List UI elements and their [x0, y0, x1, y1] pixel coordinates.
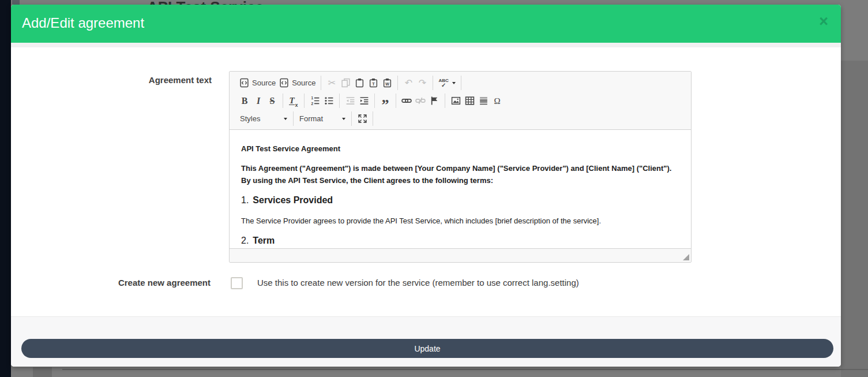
page-backdrop [841, 61, 868, 377]
rich-text-editor: SourceSource✂TW↶↷ABC✓BISTx12”ΩStylesForm… [229, 71, 692, 263]
toolbar-separator [433, 76, 433, 90]
source-button-label: Source [292, 79, 315, 87]
blockquote-icon[interactable]: ” [378, 94, 392, 109]
maximize-icon[interactable] [355, 111, 369, 126]
toolbar-row1: SourceSource✂TW↶↷ABC✓ [233, 74, 687, 92]
svg-text:T: T [372, 81, 375, 87]
toolbar-separator [397, 76, 398, 90]
toolbar-separator [445, 94, 445, 108]
toolbar-separator [321, 76, 321, 90]
toolbar-row3: StylesFormat [233, 110, 687, 128]
redo-icon: ↷ [415, 76, 429, 91]
editor-statusbar [230, 248, 691, 262]
editor-toolbar: SourceSource✂TW↶↷ABC✓BISTx12”ΩStylesForm… [230, 72, 691, 130]
numbered-list-icon[interactable]: 12 [308, 94, 322, 109]
toolbar-separator [351, 111, 352, 126]
cut-icon: ✂ [325, 76, 339, 91]
background-page-heading: API Test Service [147, 0, 264, 5]
styles-dropdown[interactable]: Styles [238, 111, 290, 126]
anchor-icon[interactable] [427, 94, 441, 109]
svg-text:1: 1 [311, 96, 313, 100]
svg-text:W: W [385, 82, 389, 86]
undo-icon: ↶ [401, 76, 415, 91]
link-icon[interactable] [400, 94, 414, 109]
screen: API Test Service Add/Edit agreement × Ag… [0, 0, 868, 377]
toolbar-row2: BISTx12”Ω [233, 92, 687, 110]
agreement-text-label: Agreement text [11, 75, 212, 85]
editor-paragraph: The Service Provider agrees to provide t… [241, 215, 679, 227]
toolbar-separator [461, 76, 461, 90]
strikethrough-icon[interactable]: S [265, 94, 279, 109]
spellcheck-icon[interactable]: ABC✓ [437, 76, 457, 91]
modal-header: Add/Edit agreement × [11, 5, 841, 43]
editor-paragraph: API Test Service Agreement [241, 143, 679, 155]
source-icon[interactable]: Source [238, 76, 277, 91]
format-dropdown[interactable]: Format [297, 111, 348, 126]
toolbar-separator [374, 94, 375, 108]
toolbar-separator [283, 94, 283, 108]
copy-icon [339, 76, 352, 91]
special-char-icon[interactable]: Ω [490, 94, 504, 109]
chevron-down-icon [342, 118, 345, 120]
editor-paragraph: This Agreement ("Agreement") is made bet… [241, 162, 679, 186]
modal-footer: Update [11, 316, 841, 367]
paste-word-icon[interactable]: W [380, 76, 394, 91]
unlink-icon [414, 94, 427, 109]
update-button[interactable]: Update [21, 339, 833, 358]
styles-dropdown-label: Styles [240, 114, 260, 123]
chevron-down-icon [452, 82, 456, 84]
background-artifact [12, 0, 20, 5]
close-icon[interactable]: × [819, 13, 828, 30]
toolbar-separator [373, 111, 373, 126]
outdent-icon [343, 94, 357, 109]
toolbar-separator [304, 94, 305, 108]
source-icon[interactable]: Source [277, 76, 317, 91]
toolbar-separator [339, 94, 340, 108]
header-divider [11, 43, 841, 47]
bold-icon[interactable]: B [238, 94, 251, 109]
editor-list-item: 1.Services Provided [241, 194, 679, 207]
table-icon[interactable] [463, 94, 476, 109]
chevron-down-icon [284, 118, 287, 120]
background-artifact [33, 367, 52, 377]
svg-text:2: 2 [311, 102, 313, 106]
image-icon[interactable] [449, 94, 463, 109]
add-edit-agreement-modal: Add/Edit agreement × Agreement text Sour… [11, 5, 841, 367]
horizontal-rule-icon[interactable] [476, 94, 490, 109]
app-sidebar [0, 0, 11, 377]
editor-content-area[interactable]: API Test Service AgreementThis Agreement… [230, 130, 691, 248]
remove-format-icon[interactable]: Tx [287, 94, 300, 109]
toolbar-separator [396, 94, 396, 108]
toolbar-separator [293, 111, 294, 126]
bulleted-list-icon[interactable] [322, 94, 336, 109]
create-new-agreement-checkbox[interactable] [231, 277, 243, 289]
background-divider [62, 369, 868, 370]
paste-text-icon[interactable]: T [366, 76, 380, 91]
modal-title: Add/Edit agreement [22, 5, 144, 42]
source-button-label: Source [252, 79, 276, 87]
create-new-agreement-hint: Use this to create new version for the s… [257, 278, 579, 288]
format-dropdown-label: Format [299, 114, 323, 123]
resize-grip-icon[interactable] [683, 254, 689, 260]
italic-icon[interactable]: I [251, 94, 265, 109]
paste-icon[interactable] [352, 76, 366, 91]
editor-list-item: 2.Term [241, 234, 679, 247]
indent-icon[interactable] [357, 94, 371, 109]
create-new-agreement-label: Create new agreement [11, 278, 211, 288]
